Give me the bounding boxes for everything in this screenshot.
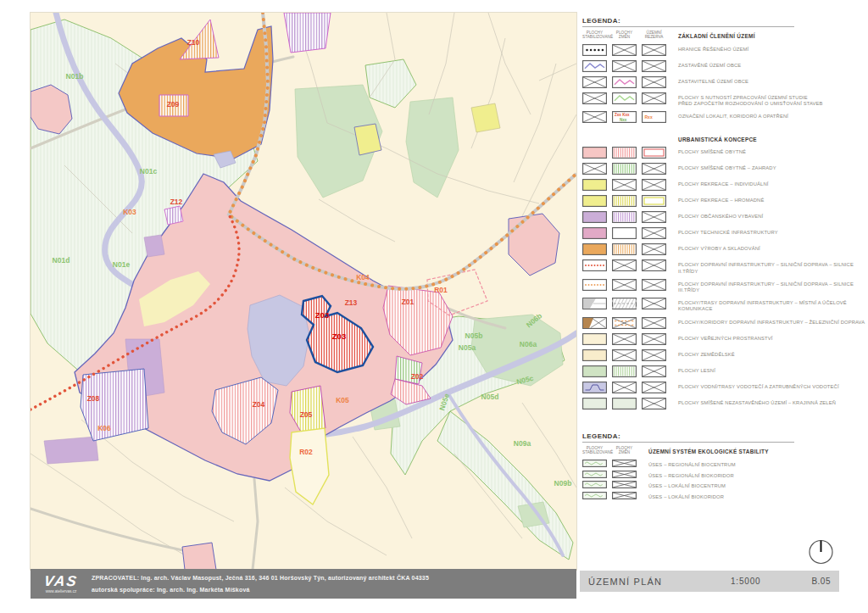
legend-row-label: PLOCHY LESNÍ [678, 365, 715, 374]
legend-symbol: Rxx [642, 111, 666, 123]
legend-symbol [642, 259, 666, 271]
legend-symbol [612, 298, 637, 309]
legend-row: PLOCHY/KORIDORY DOPRAVNÍ INFRASTRUKTURY … [582, 317, 866, 329]
legend-symbol [642, 60, 666, 72]
map-label-N01d: N01d [53, 256, 70, 265]
legend-row-label: ÚSES – REGIONÁLNÍ BIOKORIDOR [648, 471, 734, 479]
legend-row-label: PLOCHY ZEMĚDĚLSKÉ [678, 349, 735, 358]
legend-symbol [582, 147, 607, 159]
legend-symbol [612, 44, 637, 56]
legend-row: PLOCHY SMÍŠENÉ OBYTNÉ – ZAHRADY [582, 163, 866, 175]
legend-row: HRANICE ŘEŠENÉHO ÚZEMÍ [582, 44, 866, 56]
legend-symbol [642, 179, 666, 191]
legend-row-label: PLOCHY SMÍŠENÉ OBYTNÉ – ZAHRADY [678, 163, 776, 171]
legend-row: PLOCHY ZEMĚDĚLSKÉ [582, 349, 866, 361]
legend-symbol [612, 179, 637, 191]
zone-top-purple [284, 13, 331, 53]
map-label-Z03: Z03 [332, 332, 346, 341]
legend-symbol [582, 333, 607, 345]
legend-symbol [582, 398, 607, 410]
map-label-Z12: Z12 [170, 198, 183, 206]
legend-row-label: OZNAČENÍ LOKALIT, KORIDORŮ A OPATŘENÍ [678, 111, 788, 120]
legend-row: ZASTAVĚNÉ ÚZEMÍ OBCE [582, 60, 866, 72]
legend-row-label: PLOCHY OBČANSKÉHO VYBAVENÍ [678, 211, 763, 220]
svg-text:Zxx Kxx: Zxx Kxx [615, 114, 630, 118]
legend-symbol [612, 76, 637, 88]
legend-row-label: PLOCHY REKREACE – INDIVIDUÁLNÍ [678, 179, 769, 187]
legend-header-row: URBANISTICKÁ KONCEPCE [582, 134, 866, 142]
map-label-Z04: Z04 [253, 400, 265, 409]
legend-symbol [642, 44, 666, 56]
legend-title: LEGENDA: [582, 432, 794, 443]
legend-symbol [582, 471, 607, 478]
legend-row-label: ÚSES – LOKÁLNÍ BIOKORIDOR [648, 492, 724, 500]
legend-symbol: Zxx KxxNxx [612, 111, 637, 123]
legend-symbol [582, 298, 607, 309]
legend-symbol [582, 92, 607, 104]
legend-row-label: PLOCHY VODNÍ/TRASY VODOTEČÍ A ZATRUBNĚNÝ… [678, 382, 839, 390]
legend-column-header: PLOCHYZMĚN [612, 446, 637, 455]
map-label-R01: R01 [434, 286, 448, 294]
legend-symbol [642, 333, 666, 345]
legend-symbol [612, 460, 637, 467]
legend-symbol [582, 460, 607, 467]
legend-symbol [642, 195, 666, 207]
legend-row: PLOCHY S NUTNOSTÍ ZPRACOVÁNÍ ÚZEMNÍ STUD… [582, 92, 866, 107]
legend-symbol [582, 382, 607, 393]
legend-section-heading: URBANISTICKÁ KONCEPCE [678, 134, 757, 142]
legend-symbol [612, 382, 637, 393]
legend-row: ÚSES – REGIONÁLNÍ BIOCENTRUM [582, 460, 866, 468]
map-label-K05: K05 [336, 396, 349, 404]
legend-row-label: PLOCHY/KORIDORY DOPRAVNÍ INFRASTRUKTURY … [678, 317, 865, 326]
legend-row: ÚSES – REGIONÁLNÍ BIOKORIDOR [582, 471, 866, 479]
legend-uses: LEGENDA: PLOCHYSTABILIZOVANÉPLOCHYZMĚNÚZ… [582, 432, 866, 503]
map-label-N09b: N09b [554, 479, 572, 488]
map-label-R02: R02 [299, 448, 313, 456]
svg-text:Rxx: Rxx [645, 115, 653, 120]
legend-symbol [642, 279, 666, 291]
legend-symbol [582, 76, 607, 88]
legend-symbol [612, 365, 637, 377]
legend-column-header: PLOCHYSTABILIZOVANÉ [582, 31, 607, 40]
legend-symbol [612, 227, 637, 239]
legend-section-heading: ÚZEMNÍ SYSTÉM EKOLOGICKÉ STABILITY [648, 446, 769, 454]
map-label-N01c: N01c [140, 167, 158, 176]
author-line-2: autorská spolupráce: Ing. arch. Ing. Mar… [92, 584, 429, 595]
map-label-N05d: N05d [481, 393, 499, 401]
legend-title: LEGENDA: [582, 17, 794, 27]
vas-logo: VAS www.ateliervas.cz [31, 574, 92, 593]
legend-row-label: PLOCHY REKREACE – HROMADNÉ [678, 195, 764, 203]
legend-symbol [612, 279, 637, 291]
legend-symbol [642, 365, 666, 377]
vas-logo-mark: VAS [30, 574, 92, 588]
legend-symbol [582, 44, 607, 56]
plan-scale: 1:5000 [731, 577, 790, 586]
legend-symbol [582, 481, 607, 488]
legend-symbol [582, 349, 607, 361]
north-arrow [805, 536, 837, 567]
legend-symbol [612, 492, 637, 499]
legend-main: LEGENDA: PLOCHYSTABILIZOVANÉPLOCHYZMĚNÚZ… [582, 17, 866, 414]
legend-symbol [582, 243, 607, 255]
legend-row-label: PLOCHY S NUTNOSTÍ ZPRACOVÁNÍ ÚZEMNÍ STUD… [678, 92, 823, 107]
legend-symbol [612, 211, 637, 223]
sheet-number: B.05 [790, 577, 839, 586]
legend-row: PLOCHY REKREACE – HROMADNÉ [582, 195, 866, 207]
legend-symbol [612, 195, 637, 207]
legend-symbol [612, 471, 637, 478]
vas-logo-url: www.ateliervas.cz [31, 589, 92, 593]
legend-symbol [612, 481, 637, 488]
legend-symbol [642, 349, 666, 361]
legend-row-label: PLOCHY DOPRAVNÍ INFRASTRUKTURY – SILNIČN… [678, 279, 866, 293]
legend-symbol [642, 92, 666, 104]
legend-row-label: ÚSES – LOKÁLNÍ BIOCENTRUM [648, 481, 726, 489]
map-label-N05a: N05a [459, 343, 476, 352]
legend-symbol [612, 333, 637, 345]
legend-row: Zxx KxxNxxRxxOZNAČENÍ LOKALIT, KORIDORŮ … [582, 111, 866, 123]
legend-row-label: PLOCHY DOPRAVNÍ INFRASTRUKTURY – SILNIČN… [678, 259, 866, 274]
legend-column-header: PLOCHYSTABILIZOVANÉ [582, 446, 607, 455]
legend-row: PLOCHY SMÍŠENÉ OBYTNÉ [582, 147, 866, 159]
legend-symbol [612, 163, 637, 175]
map-area: Z10Z09N01bN01cZ12K03N01dN01eK04Z13Z01R01… [31, 13, 576, 570]
legend-symbol [582, 492, 607, 499]
